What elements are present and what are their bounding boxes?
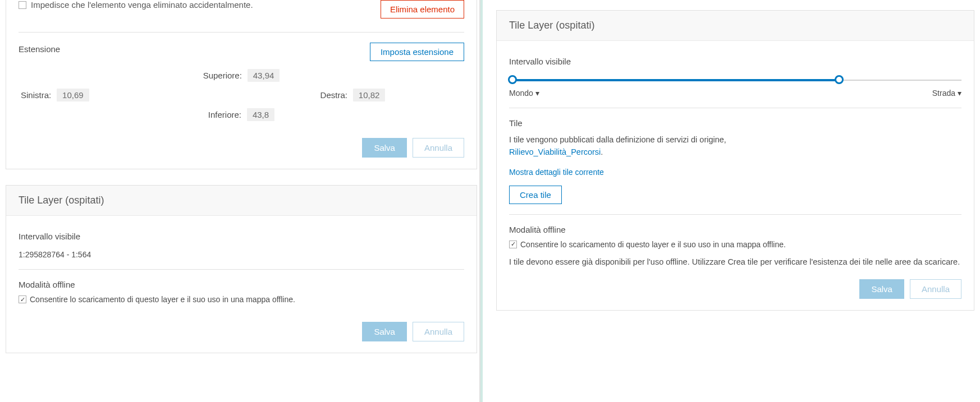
save-button[interactable]: Salva [362, 138, 407, 158]
tile-title: Tile [509, 118, 961, 128]
extent-left-value: 10,69 [57, 89, 89, 101]
offline-title-left: Modalità offline [19, 280, 464, 289]
slider-max-dropdown[interactable]: Strada ▾ [932, 89, 961, 98]
offline-note: I tile devono essere già disponibili per… [509, 256, 961, 268]
tile-source-link[interactable]: Rilievo_Viabilità_Percorsi [509, 147, 601, 156]
chevron-down-icon: ▾ [535, 89, 539, 98]
right-column: Tile Layer (ospitati) Intervallo visibil… [483, 0, 980, 402]
save-button-tile-right[interactable]: Salva [859, 279, 904, 299]
tile-text: I tile vengono pubblicati dalla definizi… [509, 135, 726, 144]
tile-layer-panel-left: Tile Layer (ospitati) Intervallo visibil… [6, 185, 477, 353]
set-extent-button[interactable]: Imposta estensione [370, 43, 464, 61]
cancel-button-tile-right[interactable]: Annulla [910, 279, 961, 299]
column-divider [477, 0, 483, 402]
show-tile-details-link[interactable]: Mostra dettagli tile corrente [509, 168, 604, 177]
cancel-button-tile-left[interactable]: Annulla [413, 322, 464, 341]
slider-min-label: Mondo [509, 89, 533, 98]
extent-right-value: 10,82 [353, 89, 386, 101]
offline-label-right: Consentire lo scaricamento di questo lay… [520, 240, 786, 249]
offline-label-left: Consentire lo scaricamento di questo lay… [30, 295, 295, 304]
slider-min-dropdown[interactable]: Mondo ▾ [509, 89, 539, 98]
slider-max-label: Strada [932, 89, 955, 98]
cancel-button[interactable]: Annulla [413, 138, 464, 158]
visible-range-slider[interactable] [509, 76, 961, 84]
delete-protect-checkbox[interactable] [19, 1, 26, 9]
tile-layer-header-left: Tile Layer (ospitati) [6, 186, 477, 216]
offline-checkbox-left[interactable] [19, 295, 26, 303]
offline-checkbox-right[interactable] [509, 241, 517, 248]
slider-handle-max[interactable] [835, 75, 844, 84]
tile-description: I tile vengono pubblicati dalla definizi… [509, 133, 961, 159]
slider-fill [509, 79, 839, 81]
extent-grid: Superiore: 43,94 Sinistra: 10,69 Destra:… [19, 69, 464, 121]
delete-protect-label: Impedisce che l'elemento venga eliminato… [31, 0, 253, 10]
visible-range-title-left: Intervallo visibile [19, 232, 464, 241]
extent-bottom-value: 43,8 [247, 108, 274, 121]
tile-link-suffix: . [601, 147, 603, 156]
extent-bottom-label: Inferiore: [208, 110, 241, 119]
visible-range-title-right: Intervallo visibile [509, 57, 961, 66]
tile-layer-panel-right: Tile Layer (ospitati) Intervallo visibil… [496, 10, 974, 311]
visible-range-value-left: 1:295828764 - 1:564 [19, 250, 464, 259]
extent-title: Estensione [19, 44, 60, 54]
extent-top-label: Superiore: [203, 71, 242, 80]
chevron-down-icon: ▾ [958, 89, 961, 98]
delete-item-button[interactable]: Elimina elemento [381, 0, 464, 19]
create-tile-button[interactable]: Crea tile [509, 186, 562, 204]
slider-handle-min[interactable] [508, 75, 517, 84]
extent-right-label: Destra: [320, 90, 347, 100]
extent-left-label: Sinistra: [21, 90, 51, 100]
save-button-tile-left[interactable]: Salva [362, 322, 407, 341]
offline-title-right: Modalità offline [509, 225, 961, 234]
item-settings-panel: Impedisce che l'elemento venga eliminato… [6, 0, 477, 169]
tile-layer-header-right: Tile Layer (ospitati) [497, 11, 974, 41]
extent-top-value: 43,94 [248, 69, 280, 82]
left-column: Impedisce che l'elemento venga eliminato… [0, 0, 477, 402]
